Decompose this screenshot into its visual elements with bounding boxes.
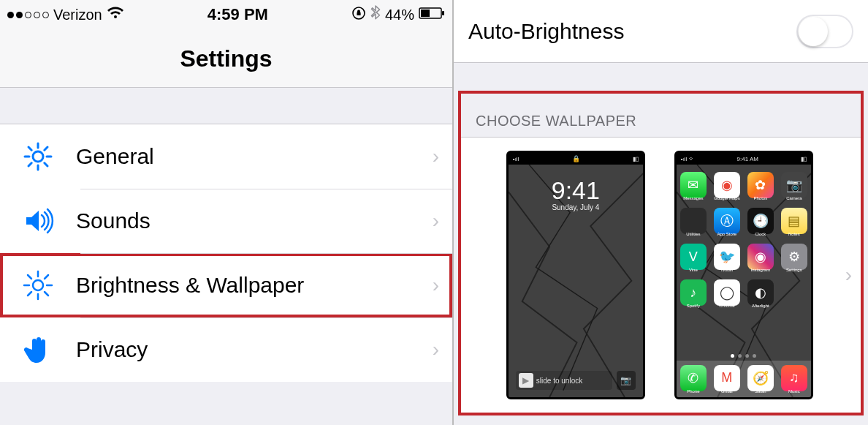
gear-icon (18, 136, 58, 177)
wifi-icon (107, 6, 124, 24)
svg-rect-3 (442, 11, 444, 15)
clock-label: 4:59 PM (208, 5, 268, 24)
speaker-icon (18, 200, 58, 241)
row-auto-brightness[interactable]: Auto-Brightness (454, 0, 868, 63)
signal-dots-icon (7, 12, 49, 18)
hand-icon (18, 329, 58, 370)
settings-pane: Verizon 4:59 PM 44% Settings (0, 0, 454, 425)
brightness-icon (18, 265, 58, 306)
page-title: Settings (0, 29, 452, 88)
lockscreen-preview: •ıll🔒▮▯ 9:41 Sunday, July 4 ▶ slide to u… (506, 151, 645, 399)
choose-wallpaper-highlight: CHOOSE WALLPAPER •ıll🔒▮▯ 9:41 Sunday, Ju… (458, 91, 864, 415)
row-sounds[interactable]: Sounds › (0, 189, 452, 253)
svg-rect-2 (421, 10, 430, 17)
row-label: Privacy (76, 337, 433, 362)
page-indicator (677, 354, 811, 358)
battery-icon (419, 7, 445, 23)
row-privacy[interactable]: Privacy › (0, 317, 452, 382)
chevron-right-icon: › (845, 263, 852, 287)
brightness-wallpaper-pane: Auto-Brightness CHOOSE WALLPAPER •ıll🔒▮▯… (454, 0, 868, 425)
slide-to-unlock: ▶ slide to unlock (516, 371, 612, 390)
battery-percent-label: 44% (385, 7, 414, 23)
homescreen-preview: •ıll ᯤ9:41 AM▮▯ ✉︎Messages ◉Google Maps … (674, 151, 813, 399)
row-label: Brightness & Wallpaper (76, 273, 433, 298)
svg-point-5 (33, 280, 43, 290)
row-label: Sounds (76, 208, 433, 233)
row-label: General (76, 144, 433, 169)
lock-date: Sunday, July 4 (509, 204, 643, 211)
chevron-right-icon: › (433, 338, 439, 361)
chevron-right-icon: › (433, 209, 439, 233)
row-brightness-wallpaper[interactable]: Brightness & Wallpaper › (0, 253, 452, 317)
orientation-lock-icon (351, 6, 366, 24)
section-header: CHOOSE WALLPAPER (461, 94, 861, 137)
bluetooth-icon (370, 5, 381, 25)
auto-brightness-toggle[interactable] (796, 15, 853, 48)
svg-point-4 (33, 151, 43, 162)
dock: ✆Phone MGmail 🧭Safari ♫Music (677, 361, 811, 397)
chevron-right-icon: › (433, 145, 439, 168)
camera-icon: 📷 (617, 371, 636, 390)
row-label: Auto-Brightness (468, 19, 796, 44)
row-general[interactable]: General › (0, 124, 452, 189)
section-spacer (0, 88, 452, 124)
lock-time: 9:41 (509, 178, 643, 203)
carrier-label: Verizon (53, 7, 102, 23)
status-bar: Verizon 4:59 PM 44% (0, 0, 452, 29)
lock-icon: 🔒 (572, 155, 580, 162)
row-choose-wallpaper[interactable]: •ıll🔒▮▯ 9:41 Sunday, July 4 ▶ slide to u… (461, 137, 861, 413)
chevron-right-icon: › (433, 274, 439, 297)
